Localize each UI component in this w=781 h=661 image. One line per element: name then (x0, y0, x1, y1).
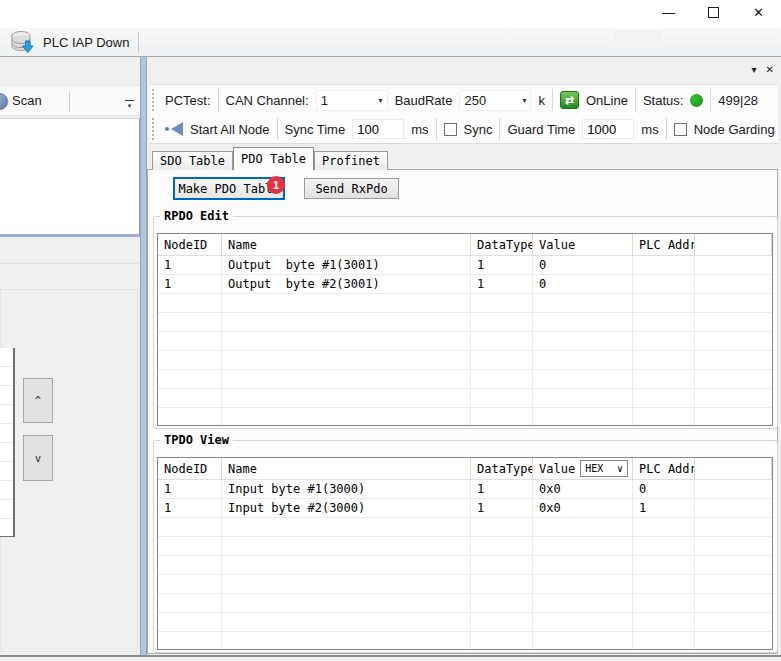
table-row[interactable]: 1 Output byte #2(3001) 1 0 (158, 275, 772, 294)
online-button[interactable]: OnLine (586, 93, 628, 108)
sync-time-input[interactable] (352, 119, 404, 139)
sync-time-unit-label: ms (411, 122, 428, 137)
send-rxpdo-button[interactable]: Send RxPdo (304, 178, 399, 199)
title-bar: — ✕ (0, 0, 781, 28)
empty-row (158, 518, 772, 537)
value-format-select[interactable]: HEX ∨ (580, 460, 628, 477)
app-window: — ✕ PLC IAP Down Scan (0, 0, 781, 661)
database-download-icon (10, 30, 36, 54)
toolbar-grip[interactable] (152, 89, 156, 111)
cell-plc-addr[interactable] (633, 256, 695, 275)
start-arrow-icon (171, 122, 183, 136)
cell-name[interactable]: Input byte #2(3000) (222, 499, 471, 518)
column-header-name[interactable]: Name (222, 234, 471, 256)
caret-down-icon: v (35, 453, 41, 464)
cell-nodeid[interactable]: 1 (158, 480, 222, 499)
column-header-name[interactable]: Name (222, 458, 471, 480)
scroll-up-button[interactable]: ^ (23, 378, 53, 423)
cell-value[interactable]: 0 (533, 275, 633, 294)
node-garding-checkbox-label: Node Garding (694, 122, 775, 137)
right-panel: ▾ ✕ PCTest: CAN Channel: 1 ▾ BaudRate 25… (147, 57, 781, 661)
toolbar-separator (710, 89, 711, 111)
empty-row (158, 556, 772, 575)
status-online-indicator (690, 94, 703, 107)
scroll-down-button[interactable]: v (23, 435, 53, 481)
tab-pdo-table[interactable]: PDO Table (233, 147, 314, 170)
column-header-value[interactable]: Value HEX ∨ (533, 458, 633, 480)
node-toolbar: Start All Node Sync Time ms Sync Guard T… (150, 115, 778, 144)
close-button[interactable]: ✕ (736, 0, 781, 24)
cell-plc-addr[interactable] (633, 275, 695, 294)
cell-plc-addr[interactable]: 1 (633, 499, 695, 518)
toolbar-separator (436, 118, 437, 140)
chevron-down-icon: ▾ (522, 96, 526, 105)
cell-datatype[interactable]: 1 (471, 480, 533, 499)
cell-filler (695, 499, 772, 518)
plc-iap-down-button[interactable]: PLC IAP Down (10, 29, 129, 55)
empty-row (158, 370, 772, 389)
baudrate-select[interactable]: 250 ▾ (459, 90, 531, 111)
column-header-datatype[interactable]: DataType (471, 458, 533, 480)
guard-time-input[interactable] (582, 119, 634, 139)
column-header-plc-addr[interactable]: PLC Addr (633, 234, 695, 256)
scan-button[interactable]: Scan (12, 93, 42, 108)
plc-iap-down-label: PLC IAP Down (43, 35, 129, 50)
cell-value[interactable]: 0 (533, 256, 633, 275)
column-header-datatype[interactable]: DataType (471, 234, 533, 256)
column-header-plc-addr[interactable]: PLC Addr (633, 458, 695, 480)
table-row[interactable]: 1 Input byte #1(3000) 1 0x0 0 (158, 480, 772, 499)
sync-checkbox-label: Sync (464, 122, 493, 137)
toolbar-grip[interactable] (152, 118, 156, 140)
node-scan-list[interactable] (0, 118, 140, 237)
cell-plc-addr[interactable]: 0 (633, 480, 695, 499)
rpdo-table[interactable]: NodeID Name DataType Value PLC Addr 1 Ou… (157, 233, 773, 426)
cell-datatype[interactable]: 1 (471, 275, 533, 294)
table-row[interactable]: 1 Output byte #1(3001) 1 0 (158, 256, 772, 275)
node-garding-checkbox[interactable] (674, 123, 687, 136)
toolbar-separator (552, 89, 553, 111)
maximize-button[interactable] (691, 0, 736, 24)
start-all-node-button[interactable]: Start All Node (190, 122, 270, 137)
column-header-nodeid[interactable]: NodeID (158, 458, 222, 480)
toolbar-faded-area (614, 30, 662, 45)
empty-row (158, 313, 772, 332)
dock-collapse-button[interactable]: ▾ (752, 64, 757, 75)
minimize-button[interactable]: — (646, 0, 691, 24)
cell-nodeid[interactable]: 1 (158, 275, 222, 294)
toolbar-overflow-button[interactable]: ▾ (123, 98, 136, 113)
content-area: Scan ▾ ❯ ^ v ▾ ✕ (0, 57, 781, 661)
cell-value[interactable]: 0x0 (533, 480, 633, 499)
sync-checkbox[interactable] (444, 123, 457, 136)
table-row[interactable]: 1 Input byte #2(3000) 1 0x0 1 (158, 499, 772, 518)
empty-row (158, 389, 772, 408)
tpdo-table[interactable]: NodeID Name DataType Value HEX ∨ PLC Add… (157, 457, 773, 650)
can-channel-select[interactable]: 1 ▾ (316, 90, 388, 111)
tab-profinet[interactable]: Profinet (314, 151, 388, 170)
empty-row (158, 351, 772, 370)
pctest-label: PCTest: (165, 93, 211, 108)
rpdo-table-header: NodeID Name DataType Value PLC Addr (158, 234, 772, 256)
baudrate-label: BaudRate (395, 93, 453, 108)
baudrate-value: 250 (464, 93, 486, 108)
cell-name[interactable]: Input byte #1(3000) (222, 480, 471, 499)
toolbar-separator (499, 118, 500, 140)
panel-splitter[interactable] (140, 57, 147, 655)
cell-value[interactable]: 0x0 (533, 499, 633, 518)
tpdo-view-group: TPDO View NodeID Name DataType Value HEX… (153, 440, 778, 653)
cell-datatype[interactable]: 1 (471, 499, 533, 518)
tab-sdo-table[interactable]: SDO Table (152, 151, 233, 170)
cell-name[interactable]: Output byte #1(3001) (222, 256, 471, 275)
cell-nodeid[interactable]: 1 (158, 499, 222, 518)
value-format-value: HEX (585, 463, 603, 474)
empty-row (158, 632, 772, 650)
cell-datatype[interactable]: 1 (471, 256, 533, 275)
clipped-row-list[interactable]: ❯ (0, 348, 15, 537)
column-header-value[interactable]: Value (533, 234, 633, 256)
rpdo-edit-group: RPDO Edit NodeID Name DataType Value PLC… (153, 216, 778, 429)
overflow-arrow-icon: ▾ (123, 101, 136, 110)
cell-nodeid[interactable]: 1 (158, 256, 222, 275)
dock-close-button[interactable]: ✕ (766, 64, 774, 75)
column-header-nodeid[interactable]: NodeID (158, 234, 222, 256)
empty-row (158, 408, 772, 426)
cell-name[interactable]: Output byte #2(3001) (222, 275, 471, 294)
